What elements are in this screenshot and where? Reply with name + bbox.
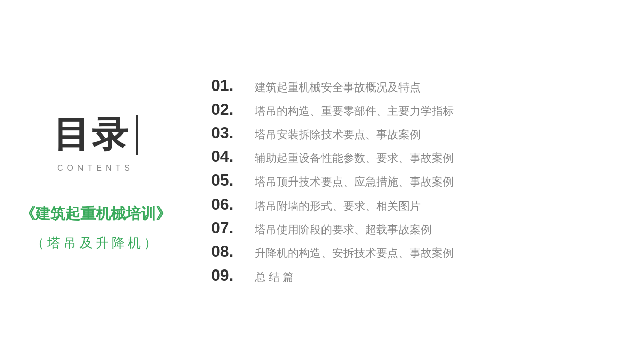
list-item: 08.升降机的构造、安拆技术要点、事故案例 [211,242,614,262]
content-text: 总 结 篇 [255,268,294,286]
content-text: 升降机的构造、安拆技术要点、事故案例 [255,244,454,262]
right-panel: 01.建筑起重机械安全事故概况及特点02.塔吊的构造、重要零部件、主要力学指标0… [191,0,644,362]
list-item: 03.塔吊安装拆除技术要点、事故案例 [211,124,614,143]
content-text: 塔吊使用阶段的要求、超载事故案例 [255,221,432,238]
content-number: 03. [211,124,247,142]
content-text: 塔吊顶升技术要点、应急措施、事故案例 [255,173,454,191]
title-divider [136,115,138,155]
content-number: 05. [211,171,247,190]
list-item: 04.辅助起重设备性能参数、要求、事故案例 [211,147,614,167]
contents-list: 01.建筑起重机械安全事故概况及特点02.塔吊的构造、重要零部件、主要力学指标0… [211,76,614,286]
content-number: 08. [211,242,247,261]
list-item: 05.塔吊顶升技术要点、应急措施、事故案例 [211,171,614,191]
content-text: 塔吊附墙的形式、要求、相关图片 [255,197,421,215]
list-item: 02.塔吊的构造、重要零部件、主要力学指标 [211,100,614,120]
content-number: 04. [211,147,247,166]
book-title: 《建筑起重机械培训》 [20,203,171,224]
left-panel: 目录 CONTENTS 《建筑起重机械培训》 （塔吊及升降机） [0,0,191,362]
list-item: 07.塔吊使用阶段的要求、超载事故案例 [211,219,614,238]
list-item: 06.塔吊附墙的形式、要求、相关图片 [211,195,614,215]
content-number: 09. [211,266,247,285]
content-text: 建筑起重机械安全事故概况及特点 [255,78,421,96]
content-number: 06. [211,195,247,214]
list-item: 01.建筑起重机械安全事故概况及特点 [211,76,614,96]
content-number: 02. [211,100,247,119]
content-text: 塔吊的构造、重要零部件、主要力学指标 [255,102,454,120]
title-block: 目录 [53,111,138,159]
content-text: 辅助起重设备性能参数、要求、事故案例 [255,149,454,167]
title-chinese: 目录 [53,111,130,159]
content-text: 塔吊安装拆除技术要点、事故案例 [255,126,421,143]
content-number: 07. [211,219,247,237]
list-item: 09.总 结 篇 [211,266,614,286]
title-english: CONTENTS [57,164,134,173]
content-number: 01. [211,76,247,95]
book-subtitle: （塔吊及升降机） [31,234,160,252]
